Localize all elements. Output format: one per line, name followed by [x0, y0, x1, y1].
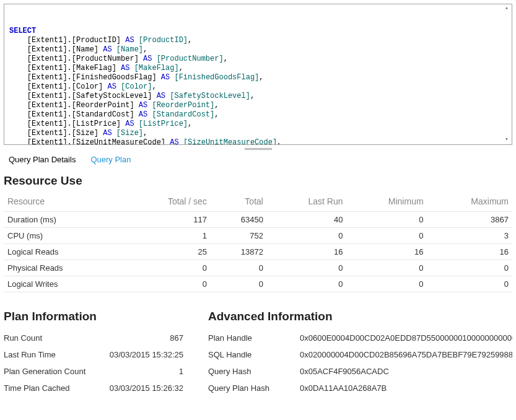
info-row: Plan Generation Count1	[4, 363, 183, 380]
sql-keyword-select: SELECT	[9, 27, 36, 35]
info-value: 0x0DA11AA10A268A7B	[300, 383, 512, 393]
cell-minimum: 0	[347, 228, 427, 244]
plan-info-heading: Plan Information	[4, 310, 183, 323]
tab-bar: Query Plan Details Query Plan	[4, 152, 512, 173]
info-label: Run Count	[4, 333, 42, 343]
vertical-scrollbar[interactable]: ▴ ▾	[502, 4, 512, 144]
cell-maximum: 16	[427, 244, 512, 260]
cell-resource: CPU (ms)	[4, 228, 123, 244]
col-total-sec: Total / sec	[123, 194, 211, 212]
info-value: 0x0600E0004D00CD02A0EDD87D55000000100000…	[300, 333, 512, 343]
info-value: 0x05ACF4F9056ACADC	[300, 367, 512, 376]
col-minimum: Minimum	[347, 194, 427, 212]
info-row: Last Run Time03/03/2015 15:32:25	[4, 346, 183, 363]
info-value: 1	[179, 367, 183, 376]
advanced-info-heading: Advanced Information	[208, 310, 512, 323]
cell-last-run: 0	[267, 260, 347, 276]
sql-column-line: [Extent1].[ReorderPoint] AS [ReorderPoin…	[9, 101, 507, 110]
info-label: Last Run Time	[4, 350, 56, 359]
info-value: 03/03/2015 15:32:25	[110, 350, 183, 359]
resource-table: Resource Total / sec Total Last Run Mini…	[4, 194, 512, 292]
sql-column-line: [Extent1].[ProductNumber] AS [ProductNum…	[9, 55, 507, 64]
info-row: Query Hash0x05ACF4F9056ACADC	[208, 363, 512, 380]
cell-total-sec: 0	[123, 260, 211, 276]
cell-minimum: 16	[347, 244, 427, 260]
cell-maximum: 3867	[427, 212, 512, 228]
info-row: Time Plan Cached03/03/2015 15:26:32	[4, 380, 183, 396]
sql-column-line: [Extent1].[Size] AS [Size],	[9, 129, 507, 138]
sql-column-line: [Extent1].[ProductID] AS [ProductID],	[9, 36, 507, 45]
table-row: Logical Reads2513872161616	[4, 244, 512, 260]
cell-total: 0	[211, 276, 267, 292]
table-row: CPU (ms)1752003	[4, 228, 512, 244]
cell-last-run: 40	[267, 212, 347, 228]
info-label: Plan Handle	[208, 333, 289, 343]
info-row: Run Count867	[4, 330, 183, 346]
cell-total-sec: 117	[123, 212, 211, 228]
sql-column-line: [Extent1].[Color] AS [Color],	[9, 82, 507, 92]
sql-column-line: [Extent1].[Name] AS [Name],	[9, 45, 507, 55]
cell-maximum: 0	[427, 260, 512, 276]
col-last-run: Last Run	[267, 194, 347, 212]
sql-column-line: [Extent1].[FinishedGoodsFlag] AS [Finish…	[9, 73, 507, 82]
scroll-down-icon[interactable]: ▾	[502, 136, 512, 144]
sql-text: SELECT [Extent1].[ProductID] AS [Product…	[9, 27, 507, 145]
col-maximum: Maximum	[427, 194, 512, 212]
sql-column-line: [Extent1].[SizeUnitMeasureCode] AS [Size…	[9, 138, 507, 145]
tab-query-plan-details[interactable]: Query Plan Details	[9, 155, 76, 164]
cell-last-run: 0	[267, 228, 347, 244]
info-label: SQL Handle	[208, 350, 289, 359]
cell-total: 63450	[211, 212, 267, 228]
info-label: Time Plan Cached	[4, 383, 69, 393]
info-value: 867	[170, 333, 183, 343]
cell-total: 13872	[211, 244, 267, 260]
cell-minimum: 0	[347, 276, 427, 292]
table-row: Physical Reads00000	[4, 260, 512, 276]
table-row: Duration (ms)117634504003867	[4, 212, 512, 228]
cell-minimum: 0	[347, 212, 427, 228]
cell-total: 0	[211, 260, 267, 276]
sql-column-line: [Extent1].[ListPrice] AS [ListPrice],	[9, 120, 507, 129]
scroll-up-icon[interactable]: ▴	[502, 4, 512, 13]
col-resource: Resource	[4, 194, 123, 212]
cell-total: 752	[211, 228, 267, 244]
info-value: 0x020000004D00CD02B85696A75DA7BEBF79E792…	[300, 350, 512, 359]
cell-total-sec: 25	[123, 244, 211, 260]
cell-resource: Logical Reads	[4, 244, 123, 260]
info-label: Query Plan Hash	[208, 383, 289, 393]
cell-last-run: 16	[267, 244, 347, 260]
info-row: SQL Handle0x020000004D00CD02B85696A75DA7…	[208, 346, 512, 363]
cell-resource: Logical Writes	[4, 276, 123, 292]
cell-total-sec: 0	[123, 276, 211, 292]
splitter-handle[interactable]	[4, 145, 512, 152]
info-label: Query Hash	[208, 367, 289, 376]
cell-resource: Physical Reads	[4, 260, 123, 276]
sql-column-line: [Extent1].[SafetyStockLevel] AS [SafetyS…	[9, 92, 507, 101]
info-row: Plan Handle0x0600E0004D00CD02A0EDD87D550…	[208, 330, 512, 346]
cell-maximum: 3	[427, 228, 512, 244]
sql-column-line: [Extent1].[StandardCost] AS [StandardCos…	[9, 110, 507, 120]
table-row: Logical Writes00000	[4, 276, 512, 292]
cell-resource: Duration (ms)	[4, 212, 123, 228]
col-total: Total	[211, 194, 267, 212]
resource-use-heading: Resource Use	[4, 174, 512, 188]
cell-total-sec: 1	[123, 228, 211, 244]
grip-icon	[245, 148, 272, 150]
info-label: Plan Generation Count	[4, 367, 85, 376]
info-value: 03/03/2015 15:26:32	[110, 383, 183, 393]
cell-last-run: 0	[267, 276, 347, 292]
sql-column-line: [Extent1].[MakeFlag] AS [MakeFlag],	[9, 64, 507, 73]
cell-minimum: 0	[347, 260, 427, 276]
cell-maximum: 0	[427, 276, 512, 292]
info-row: Query Plan Hash0x0DA11AA10A268A7B	[208, 380, 512, 396]
tab-query-plan[interactable]: Query Plan	[90, 155, 131, 164]
sql-viewer[interactable]: SELECT [Extent1].[ProductID] AS [Product…	[4, 4, 512, 145]
